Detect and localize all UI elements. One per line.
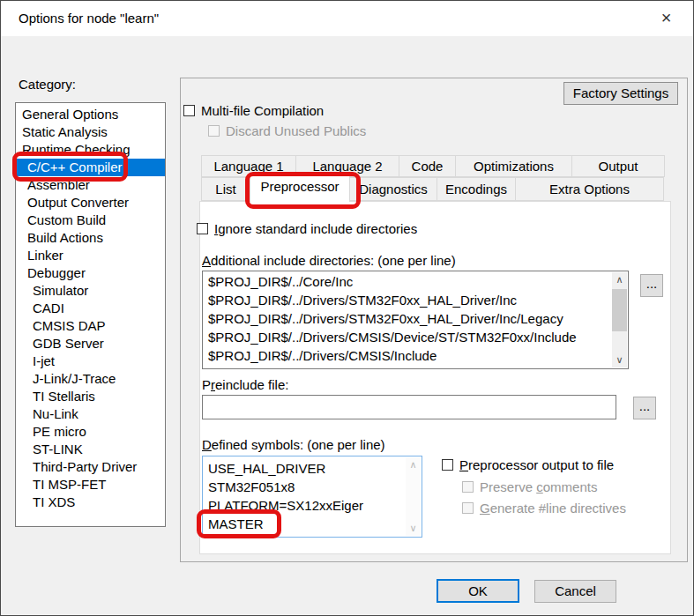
- category-item-general-options[interactable]: General Options: [16, 106, 165, 123]
- tab-list[interactable]: List: [201, 177, 250, 201]
- dialog-title: Options for node "learn": [19, 11, 159, 26]
- category-list: General Options Static Analysis Runtime …: [15, 102, 166, 527]
- tab-preprocessor[interactable]: Preprocessor: [250, 173, 350, 202]
- category-item-ti-xds[interactable]: TI XDS: [16, 494, 165, 511]
- checkbox-icon: [208, 125, 220, 137]
- include-dir-line: $PROJ_DIR$/../Drivers/CMSIS/Include: [203, 346, 628, 365]
- ignore-standard-include-label: Ignore standard include directories: [214, 221, 417, 236]
- preprocessor-output-label: Preprocessor output to file: [459, 457, 614, 472]
- scroll-down-icon[interactable]: ∨: [406, 521, 421, 536]
- category-item-ti-stellaris[interactable]: TI Stellaris: [16, 388, 165, 405]
- checkbox-icon: [183, 105, 195, 116]
- checkbox-icon: [197, 223, 208, 234]
- defined-symbols-label: Defined symbols: (one per line): [202, 437, 385, 452]
- tab-encodings[interactable]: Encodings: [437, 177, 516, 201]
- generate-line-directives-label: Generate #line directives: [480, 501, 626, 516]
- titlebar: Options for node "learn" ×: [1, 1, 693, 36]
- multi-file-compilation-checkbox[interactable]: Multi-file Compilation: [183, 103, 324, 118]
- category-label: Category:: [19, 77, 76, 92]
- scroll-down-icon[interactable]: ∨: [612, 353, 627, 367]
- category-item-linker[interactable]: Linker: [16, 247, 165, 264]
- multi-file-compilation-label: Multi-file Compilation: [201, 103, 324, 118]
- options-dialog: Options for node "learn" × Category: Gen…: [0, 0, 694, 616]
- category-item-simulator[interactable]: Simulator: [16, 282, 165, 300]
- preserve-comments-label: Preserve comments: [480, 479, 597, 494]
- category-item-gdb-server[interactable]: GDB Server: [16, 335, 165, 353]
- category-item-build-actions[interactable]: Build Actions: [16, 229, 165, 247]
- discard-unused-publics-checkbox: Discard Unused Publics: [208, 123, 366, 138]
- tab-code[interactable]: Code: [399, 155, 456, 177]
- include-dir-line: $PROJ_DIR$/../Core/Inc: [203, 272, 628, 291]
- defined-symbol-line: STM32F051x8: [203, 478, 422, 496]
- defined-symbol-line: USE_HAL_DRIVER: [203, 459, 422, 478]
- generate-line-directives-checkbox: Generate #line directives: [462, 501, 626, 516]
- preprocessor-output-checkbox[interactable]: Preprocessor output to file: [442, 457, 614, 472]
- category-item-jlink-jtrace[interactable]: J-Link/J-Trace: [16, 370, 165, 388]
- preinclude-browse-button[interactable]: ...: [633, 397, 656, 419]
- scroll-up-icon[interactable]: ∧: [406, 457, 421, 472]
- tab-optimizations[interactable]: Optimizations: [455, 155, 572, 177]
- category-item-cmsis-dap[interactable]: CMSIS DAP: [16, 317, 165, 335]
- category-item-debugger[interactable]: Debugger: [16, 264, 165, 282]
- scroll-up-icon[interactable]: ∧: [612, 272, 627, 287]
- category-item-pe-micro[interactable]: PE micro: [16, 423, 165, 441]
- tab-extra-options[interactable]: Extra Options: [515, 177, 664, 201]
- include-browse-button[interactable]: ...: [640, 274, 663, 297]
- defined-symbols-scrollbar[interactable]: ∧ ∨: [406, 457, 421, 536]
- dialog-body: Category: General Options Static Analysi…: [1, 36, 693, 615]
- preserve-comments-checkbox: Preserve comments: [462, 479, 597, 494]
- defined-symbols-textarea[interactable]: USE_HAL_DRIVER STM32F051x8 PLATFORM=SX12…: [202, 456, 422, 538]
- include-scrollbar[interactable]: ∧ ∨: [612, 272, 627, 367]
- category-item-nu-link[interactable]: Nu-Link: [16, 405, 165, 423]
- include-dir-line: $PROJ_DIR$/../Drivers/STM32F0xx_HAL_Driv…: [203, 291, 628, 309]
- factory-settings-button[interactable]: Factory Settings: [563, 82, 678, 105]
- category-item-runtime-checking[interactable]: Runtime Checking: [16, 141, 165, 159]
- category-item-output-converter[interactable]: Output Converter: [16, 194, 165, 212]
- category-item-i-jet[interactable]: I-jet: [16, 353, 165, 370]
- discard-unused-publics-label: Discard Unused Publics: [226, 123, 366, 138]
- checkbox-icon: [462, 502, 474, 514]
- include-dir-line: $PROJ_DIR$/../Drivers/STM32F0xx_HAL_Driv…: [203, 309, 628, 328]
- category-item-ti-msp-fet[interactable]: TI MSP-FET: [16, 476, 165, 494]
- tab-output[interactable]: Output: [571, 155, 665, 177]
- tab-row-2: List Preprocessor Diagnostics Encodings …: [201, 177, 667, 201]
- ok-button[interactable]: OK: [437, 579, 519, 603]
- close-icon[interactable]: ×: [646, 1, 686, 36]
- tab-diagnostics[interactable]: Diagnostics: [349, 177, 437, 201]
- scrollbar-thumb[interactable]: [612, 289, 627, 331]
- defined-symbol-line: PLATFORM=SX12xxEiger: [203, 496, 422, 515]
- checkbox-icon: [442, 459, 453, 471]
- ignore-standard-include-checkbox[interactable]: Ignore standard include directories: [197, 221, 417, 236]
- checkbox-icon: [462, 481, 474, 493]
- preinclude-file-label: Preinclude file:: [202, 377, 288, 392]
- additional-include-label: Additional include directories: (one per…: [202, 253, 456, 268]
- defined-symbol-line: MASTER: [203, 515, 422, 533]
- cancel-button[interactable]: Cancel: [534, 580, 616, 603]
- category-item-custom-build[interactable]: Custom Build: [16, 212, 165, 229]
- preinclude-file-input[interactable]: [202, 395, 616, 419]
- category-item-third-party-driver[interactable]: Third-Party Driver: [16, 458, 165, 476]
- include-directories-textarea[interactable]: $PROJ_DIR$/../Core/Inc $PROJ_DIR$/../Dri…: [202, 271, 629, 369]
- category-item-assembler[interactable]: Assembler: [16, 176, 165, 194]
- category-item-static-analysis[interactable]: Static Analysis: [16, 123, 165, 141]
- category-item-st-link[interactable]: ST-LINK: [16, 441, 165, 458]
- category-item-ccpp-compiler[interactable]: C/C++ Compiler: [16, 159, 165, 176]
- include-dir-line: $PROJ_DIR$/../Drivers/CMSIS/Device/ST/ST…: [203, 328, 628, 346]
- category-item-cadi[interactable]: CADI: [16, 300, 165, 317]
